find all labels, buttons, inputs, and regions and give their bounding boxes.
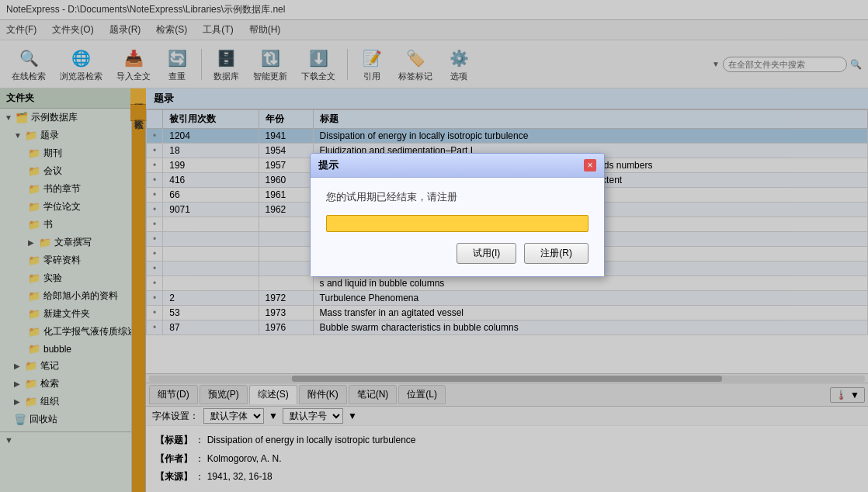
modal-progress-bar <box>326 215 589 232</box>
modal-overlay: 提示 × 您的试用期已经结束，请注册 试用(I) 注册(R) <box>0 0 868 492</box>
modal-title-bar: 提示 × <box>311 154 604 178</box>
modal-title-text: 提示 <box>318 158 339 172</box>
trial-button[interactable]: 试用(I) <box>457 243 516 264</box>
modal-body: 您的试用期已经结束，请注册 试用(I) 注册(R) <box>311 178 604 276</box>
modal-message: 您的试用期已经结束，请注册 <box>326 190 589 204</box>
register-button[interactable]: 注册(R) <box>524 243 589 264</box>
modal-dialog: 提示 × 您的试用期已经结束，请注册 试用(I) 注册(R) <box>310 153 605 277</box>
modal-buttons: 试用(I) 注册(R) <box>326 243 589 264</box>
modal-close-button[interactable]: × <box>584 159 596 172</box>
